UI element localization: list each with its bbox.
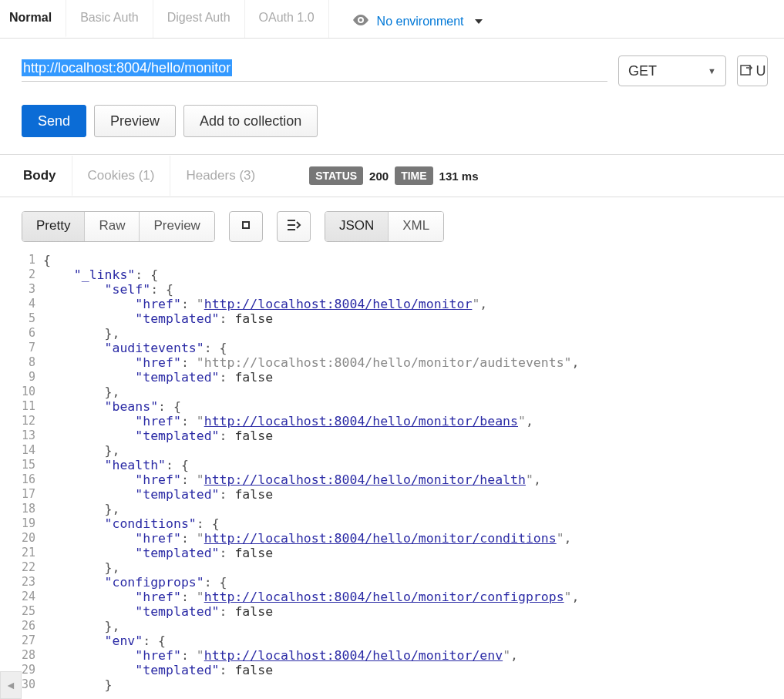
wrap-icon: [286, 219, 301, 234]
view-mode-group: Pretty Raw Preview: [22, 211, 215, 242]
response-body-viewer[interactable]: 1234567891011121314151617181920212223242…: [0, 253, 784, 692]
eye-icon: [352, 13, 369, 29]
tab-cookies[interactable]: Cookies (1): [72, 156, 171, 196]
url-params-button[interactable]: U: [737, 55, 768, 86]
format-xml[interactable]: XML: [389, 212, 443, 241]
send-button[interactable]: Send: [22, 105, 86, 137]
url-text: http://localhost:8004/hello/monitor: [22, 59, 232, 76]
view-preview[interactable]: Preview: [140, 212, 214, 241]
copy-button[interactable]: [229, 211, 263, 242]
tab-body[interactable]: Body: [8, 156, 72, 196]
action-row: Send Preview Add to collection: [0, 86, 784, 154]
tab-headers[interactable]: Headers (3): [170, 156, 271, 196]
tab-digest-auth[interactable]: Digest Auth: [153, 0, 245, 38]
time-value: 131 ms: [439, 170, 479, 183]
line-gutter: 1234567891011121314151617181920212223242…: [22, 253, 43, 692]
method-select[interactable]: GET: [618, 55, 726, 86]
environment-label: No environment: [377, 15, 464, 29]
chevron-left-icon: ◄: [5, 679, 16, 691]
request-row: http://localhost:8004/hello/monitor GET …: [0, 39, 784, 86]
tab-basic-auth[interactable]: Basic Auth: [66, 0, 153, 38]
format-json[interactable]: JSON: [325, 212, 389, 241]
status-area: STATUS 200 TIME 131 ms: [309, 166, 478, 185]
wrap-button[interactable]: [277, 211, 311, 242]
preview-button[interactable]: Preview: [94, 105, 176, 137]
time-label: TIME: [395, 166, 432, 185]
status-code: 200: [369, 170, 389, 183]
svg-rect-1: [741, 66, 750, 75]
code-content: { "_links": { "self": { "href": "http://…: [43, 253, 579, 692]
environment-selector[interactable]: No environment: [352, 0, 483, 38]
view-pretty[interactable]: Pretty: [22, 212, 85, 241]
viewer-controls: Pretty Raw Preview JSON XML: [0, 197, 784, 253]
chevron-down-icon: [475, 19, 483, 24]
svg-point-0: [359, 18, 362, 22]
response-tabs: Body Cookies (1) Headers (3) STATUS 200 …: [0, 154, 784, 197]
add-to-collection-button[interactable]: Add to collection: [183, 105, 318, 137]
history-toggle[interactable]: ◄: [0, 671, 22, 692]
url-input[interactable]: http://localhost:8004/hello/monitor: [22, 60, 607, 82]
view-raw[interactable]: Raw: [85, 212, 140, 241]
method-value: GET: [628, 63, 657, 79]
auth-tabs: Normal Basic Auth Digest Auth OAuth 1.0 …: [0, 0, 784, 39]
copy-icon: [240, 219, 252, 234]
url-params-label: U: [756, 63, 766, 79]
svg-rect-3: [244, 223, 248, 227]
tab-normal[interactable]: Normal: [0, 0, 66, 38]
tab-oauth-1-0[interactable]: OAuth 1.0: [245, 0, 329, 38]
format-group: JSON XML: [325, 211, 444, 242]
status-label: STATUS: [309, 166, 363, 185]
